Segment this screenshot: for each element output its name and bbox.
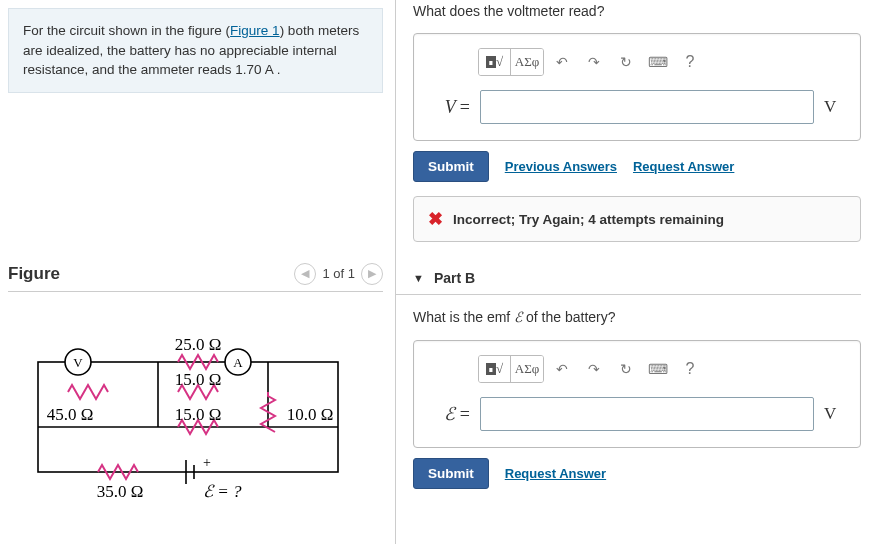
circuit-diagram: V A + 25.0 Ω 15.0 Ω 15.0 Ω 10.0 Ω 45.0 Ω… [8,332,383,522]
undo-icon[interactable]: ↶ [548,356,576,382]
part-a-unit: V [824,97,844,117]
figure-pager: ◀ 1 of 1 ▶ [294,263,383,285]
keyboard-icon[interactable]: ⌨ [644,49,672,75]
part-b-variable: ℰ = [430,403,470,425]
collapse-icon: ▼ [413,272,424,284]
part-a-feedback: ✖ Incorrect; Try Again; 4 attempts remai… [413,196,861,242]
part-b-toolbar: ∎√ ΑΣφ ↶ ↷ ↻ ⌨ ? [478,355,844,383]
part-a-toolbar: ∎√ ΑΣφ ↶ ↷ ↻ ⌨ ? [478,48,844,76]
battery-plus: + [203,455,211,470]
pager-next[interactable]: ▶ [361,263,383,285]
part-b-request-answer-link[interactable]: Request Answer [505,466,606,481]
figure-link[interactable]: Figure 1 [230,23,280,38]
problem-text-pre: For the circuit shown in the figure ( [23,23,230,38]
math-format-button[interactable]: ∎√ [479,49,511,75]
r25-label: 25.0 Ω [175,335,222,354]
part-b-answer-input[interactable] [480,397,814,431]
reset-icon[interactable]: ↻ [612,356,640,382]
voltmeter-label: V [73,355,83,370]
r45-label: 45.0 Ω [47,405,94,424]
reset-icon[interactable]: ↻ [612,49,640,75]
part-a-answer-box: ∎√ ΑΣφ ↶ ↷ ↻ ⌨ ? V = V [413,33,861,141]
r10-label: 10.0 Ω [287,405,334,424]
part-b-answer-box: ∎√ ΑΣφ ↶ ↷ ↻ ⌨ ? ℰ = V [413,340,861,448]
greek-symbols-button[interactable]: ΑΣφ [511,49,543,75]
undo-icon[interactable]: ↶ [548,49,576,75]
part-a-request-answer-link[interactable]: Request Answer [633,159,734,174]
keyboard-icon[interactable]: ⌨ [644,356,672,382]
pager-prev[interactable]: ◀ [294,263,316,285]
part-a-variable: V = [430,97,470,118]
part-a-question: What does the voltmeter read? [413,3,861,19]
part-b-unit: V [824,404,844,424]
greek-symbols-button[interactable]: ΑΣφ [511,356,543,382]
help-icon[interactable]: ? [676,356,704,382]
feedback-text: Incorrect; Try Again; 4 attempts remaini… [453,212,724,227]
problem-statement: For the circuit shown in the figure (Fig… [8,8,383,93]
incorrect-icon: ✖ [428,208,443,230]
help-icon[interactable]: ? [676,49,704,75]
vertical-divider [395,0,396,544]
figure-heading: Figure [8,264,60,284]
part-b-header[interactable]: ▼ Part B [395,262,861,295]
pager-label: 1 of 1 [322,266,355,281]
r35-label: 35.0 Ω [97,482,144,501]
redo-icon[interactable]: ↷ [580,356,608,382]
part-b-question: What is the emf ℰ of the battery? [413,309,861,326]
part-a-previous-answers-link[interactable]: Previous Answers [505,159,617,174]
ammeter-label: A [233,355,243,370]
r15b-label: 15.0 Ω [175,405,222,424]
math-format-button[interactable]: ∎√ [479,356,511,382]
redo-icon[interactable]: ↷ [580,49,608,75]
emf-label: ℰ = ? [203,482,242,501]
part-b-heading: Part B [434,270,475,286]
r15a-label: 15.0 Ω [175,370,222,389]
part-a-answer-input[interactable] [480,90,814,124]
part-a-submit-button[interactable]: Submit [413,151,489,182]
part-b-submit-button[interactable]: Submit [413,458,489,489]
